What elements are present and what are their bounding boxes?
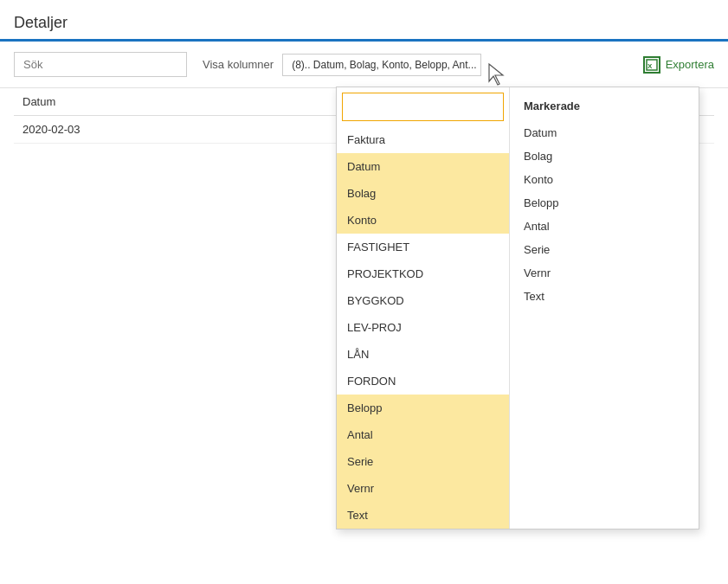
dropdown-left-item[interactable]: PROJEKTKOD (337, 260, 509, 287)
page-title: Detaljer (0, 0, 728, 39)
visa-kolumner-label: Visa kolumner (203, 58, 274, 71)
dropdown-items-list: FakturaDatumBolagKontoFASTIGHETPROJEKTKO… (337, 126, 509, 529)
dropdown-left-item[interactable]: Serie (337, 448, 509, 475)
kolumner-dropdown-button[interactable]: (8).. Datum, Bolag, Konto, Belopp, Ant..… (282, 54, 481, 76)
markerade-item[interactable]: Text (510, 285, 683, 308)
search-input[interactable] (14, 52, 187, 77)
dropdown-left-item[interactable]: LÅN (337, 341, 509, 368)
kolumner-value-text: (8).. Datum, Bolag, Konto, Belopp, Ant..… (292, 59, 476, 71)
export-button[interactable]: X Exportera (643, 56, 714, 74)
dropdown-left-panel: FakturaDatumBolagKontoFASTIGHETPROJEKTKO… (337, 87, 510, 529)
dropdown-left-item[interactable]: FORDON (337, 368, 509, 395)
dropdown-left-item[interactable]: Bolag (337, 180, 509, 207)
dropdown-right-panel: Markerade DatumBolagKontoBeloppAntalSeri… (510, 87, 683, 529)
dropdown-left-item[interactable]: Antal (337, 421, 509, 448)
markerade-list: DatumBolagKontoBeloppAntalSerieVernrText (510, 121, 683, 308)
markerade-item[interactable]: Datum (510, 121, 683, 144)
markerade-item[interactable]: Belopp (510, 191, 683, 215)
chevron-down-icon: ▼ (480, 60, 482, 69)
export-label: Exportera (666, 58, 714, 71)
markerade-item[interactable]: Konto (510, 168, 683, 191)
cell-datum: 2020-02-03 (14, 116, 386, 144)
dropdown-left-item[interactable]: Belopp (337, 395, 509, 421)
markerade-item[interactable]: Bolag (510, 144, 683, 168)
dropdown-left-item[interactable]: Vernr (337, 475, 509, 502)
dropdown-left-item[interactable]: LEV-PROJ (337, 314, 509, 341)
kolumner-dropdown: FakturaDatumBolagKontoFASTIGHETPROJEKTKO… (336, 87, 699, 529)
dropdown-left-item[interactable]: Datum (337, 153, 509, 180)
dropdown-left-item[interactable]: Faktura (337, 126, 509, 153)
markerade-item[interactable]: Serie (510, 238, 683, 261)
dropdown-search-input[interactable] (342, 93, 504, 121)
markerade-title: Markerade (510, 96, 683, 121)
dropdown-left-item[interactable]: Konto (337, 207, 509, 234)
dropdown-left-item[interactable]: FASTIGHET (337, 234, 509, 260)
markerade-item[interactable]: Vernr (510, 261, 683, 285)
export-icon: X (643, 56, 660, 74)
toolbar: Visa kolumner (8).. Datum, Bolag, Konto,… (0, 42, 728, 88)
svg-text:X: X (647, 62, 653, 70)
col-header-datum: Datum (14, 88, 386, 116)
dropdown-left-item[interactable]: BYGGKOD (337, 287, 509, 314)
dropdown-left-item[interactable]: Text (337, 502, 509, 529)
markerade-item[interactable]: Antal (510, 215, 683, 238)
